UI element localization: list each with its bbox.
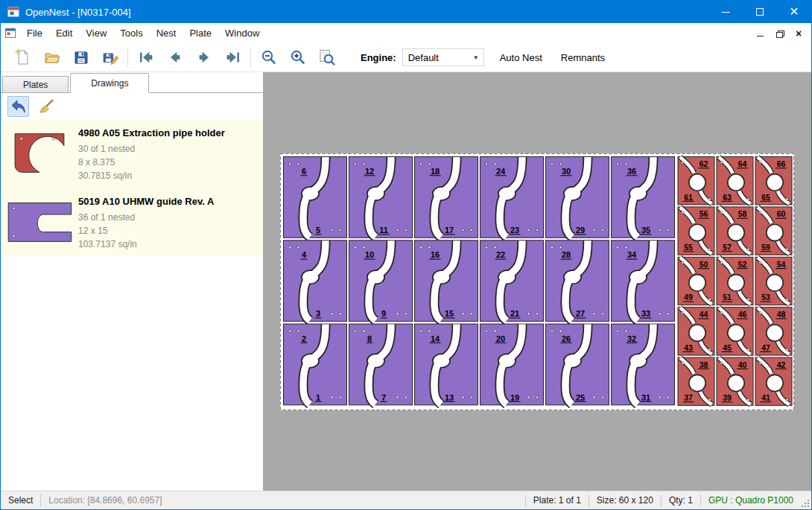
mdi-document-icon (5, 28, 16, 39)
drill-hole (682, 161, 684, 163)
zoom-out-button[interactable] (254, 45, 283, 69)
mdi-minimize-icon (757, 36, 764, 36)
zoom-fit-button[interactable] (312, 45, 341, 69)
nested-part-pair[interactable]: 4241 (755, 357, 792, 405)
nested-part-pair[interactable]: 4443 (678, 307, 714, 355)
nested-part-pair[interactable]: 3635 (612, 157, 675, 238)
part-number: 39 (723, 393, 732, 402)
drill-hole (494, 246, 496, 249)
drill-hole (527, 313, 530, 315)
close-button[interactable]: ✕ (777, 1, 811, 23)
maximize-button[interactable] (743, 1, 777, 23)
nested-part-pair[interactable]: 21 (284, 324, 347, 405)
nested-part-pair[interactable]: 4847 (755, 307, 792, 355)
nested-part-pair[interactable]: 109 (349, 240, 413, 322)
tab-plates[interactable]: Plates (2, 76, 69, 92)
engine-combobox[interactable]: Default ▼ (402, 48, 484, 66)
mdi-restore-button[interactable] (770, 26, 788, 41)
nested-part-pair[interactable]: 3837 (678, 357, 714, 405)
nav-last-button[interactable] (218, 45, 247, 69)
nav-first-button[interactable] (131, 45, 160, 69)
tab-drawings[interactable]: Drawings (70, 73, 149, 93)
nested-part-pair[interactable]: 1615 (415, 240, 478, 322)
auto-nest-button[interactable]: Auto Nest (497, 48, 545, 67)
drawing-item[interactable]: 5019 A10 UHMW guide Rev. A36 of 1 nested… (1, 188, 263, 256)
part-number: 18 (431, 167, 440, 176)
drill-hole (667, 313, 669, 315)
part-number: 26 (562, 334, 571, 343)
drill-hole (288, 246, 291, 249)
drill-hole (354, 246, 356, 249)
nested-part-pair[interactable]: 2221 (480, 240, 544, 322)
menu-window[interactable]: Window (218, 25, 266, 42)
drill-hole (536, 396, 538, 398)
nested-part-pair[interactable]: 6261 (678, 157, 714, 205)
nested-part-pair[interactable]: 2625 (546, 324, 609, 405)
nested-part-pair[interactable]: 5857 (717, 207, 753, 255)
drill-hole (720, 261, 723, 264)
drill-hole (659, 229, 661, 231)
minimize-button[interactable] (708, 1, 743, 23)
nested-part-pair[interactable]: 65 (284, 157, 347, 238)
menu-plate[interactable]: Plate (183, 25, 218, 42)
nested-part-pair[interactable]: 5453 (755, 257, 792, 305)
nest-canvas[interactable]: 6512111817242330293635431091615222128273… (263, 72, 811, 491)
drill-hole (659, 313, 661, 315)
save-button[interactable] (66, 45, 95, 69)
nested-part-pair[interactable]: 6463 (717, 157, 753, 205)
nested-part-pair[interactable]: 1817 (415, 157, 478, 238)
nested-part-pair[interactable]: 3433 (612, 240, 675, 322)
part-number: 58 (738, 209, 747, 218)
nested-part-pair[interactable]: 6059 (755, 207, 792, 255)
import-arrow-button[interactable] (7, 96, 29, 117)
drawing-size: 12 x 15 (78, 224, 214, 238)
open-folder-button[interactable] (37, 45, 66, 69)
menu-tools[interactable]: Tools (113, 25, 149, 42)
nested-part-pair[interactable]: 1211 (349, 157, 413, 238)
part-number: 43 (684, 343, 693, 352)
nested-part-pair[interactable]: 4039 (717, 357, 753, 405)
broom-button[interactable] (36, 96, 57, 117)
nested-part-pair[interactable]: 2827 (546, 240, 609, 322)
nest-plate[interactable]: 6512111817242330293635431091615222128273… (280, 153, 794, 410)
resize-grip[interactable] (801, 491, 811, 509)
nested-part-pair[interactable]: 3029 (546, 157, 609, 238)
drill-hole (462, 313, 464, 315)
mdi-restore-icon (776, 31, 783, 36)
nested-part-pair[interactable]: 2019 (480, 324, 544, 405)
mdi-minimize-button[interactable] (751, 26, 769, 41)
drawing-item[interactable]: 4980 A05 Extraction pipe holder30 of 1 n… (1, 119, 263, 188)
nav-next-button[interactable] (189, 45, 218, 69)
drill-hole (667, 396, 669, 398)
part-number: 36 (627, 167, 636, 176)
nav-prev-button[interactable] (160, 45, 189, 69)
left-panel: PlatesDrawings 4980 A05 Extraction pipe … (1, 72, 263, 491)
nested-part-pair[interactable]: 1413 (415, 324, 478, 405)
drill-hole (720, 161, 723, 163)
menu-edit[interactable]: Edit (49, 25, 79, 42)
save-as-button[interactable] (95, 45, 124, 69)
drill-hole (708, 248, 711, 250)
nav-last-icon (224, 48, 242, 66)
nested-part-pair[interactable]: 2423 (480, 157, 544, 238)
nested-part-pair[interactable]: 5655 (678, 207, 714, 255)
nested-part-pair[interactable]: 5049 (678, 257, 714, 305)
drill-hole (363, 162, 365, 165)
menu-nest[interactable]: Nest (150, 25, 183, 42)
part-number: 57 (723, 243, 732, 252)
nested-part-pair[interactable]: 5251 (717, 257, 753, 305)
nested-part-pair[interactable]: 87 (349, 324, 413, 405)
menu-view[interactable]: View (79, 25, 113, 42)
zoom-in-button[interactable] (283, 45, 312, 69)
title-bar[interactable]: OpenNest - [N0317-004] ✕ (1, 1, 811, 23)
part-number: 38 (700, 360, 708, 369)
part-number: 10 (365, 250, 374, 259)
nested-part-pair[interactable]: 43 (284, 240, 347, 322)
new-document-button[interactable] (8, 45, 37, 69)
nested-part-pair[interactable]: 4645 (717, 307, 753, 355)
nested-part-pair[interactable]: 6665 (755, 157, 792, 205)
menu-file[interactable]: File (20, 25, 49, 42)
mdi-close-button[interactable]: × (790, 26, 808, 41)
nested-part-pair[interactable]: 3231 (612, 324, 675, 405)
remnants-button[interactable]: Remnants (558, 48, 608, 67)
